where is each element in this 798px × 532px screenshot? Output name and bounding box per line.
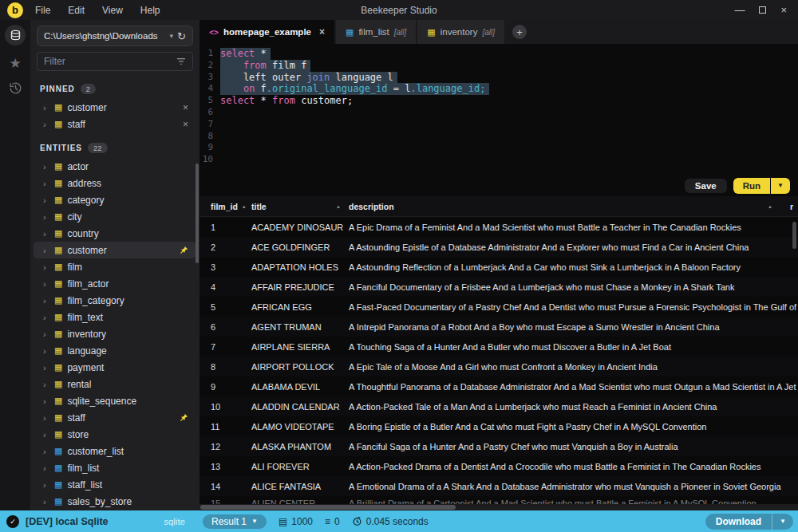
sort-icon[interactable]: ▲ [242, 204, 247, 209]
run-options-caret[interactable]: ▼ [771, 178, 790, 194]
menu-view[interactable]: View [102, 5, 123, 16]
chevron-right-icon[interactable]: › [43, 346, 49, 356]
column-header-description[interactable]: description ▲ [349, 202, 790, 211]
table-row[interactable]: 11ALAMO VIDEOTAPEA Boring Epistle of a B… [200, 416, 798, 436]
entity-item-actor[interactable]: ›▦actor [34, 158, 196, 175]
sql-editor[interactable]: 1select *2 from film f3 left outer join … [200, 44, 798, 175]
entity-item-inventory[interactable]: ›▦inventory [34, 325, 196, 342]
refresh-icon[interactable]: ↻ [177, 31, 186, 41]
table-row[interactable]: 14ALICE FANTASIAA Emotional Drama of a A… [200, 476, 798, 496]
horizontal-scrollbar-thumb[interactable] [200, 505, 456, 510]
unpin-icon[interactable]: × [183, 102, 188, 113]
chevron-right-icon[interactable]: › [43, 162, 49, 171]
entity-item-customer[interactable]: ›▦customer [34, 242, 196, 258]
menu-help[interactable]: Help [140, 5, 160, 16]
entity-item-sqlite_sequence[interactable]: ›▦sqlite_sequence [34, 392, 196, 409]
unpin-icon[interactable]: × [183, 119, 188, 130]
chevron-right-icon[interactable]: › [43, 430, 49, 439]
minimize-button[interactable]: — [734, 5, 745, 15]
chevron-right-icon[interactable]: › [43, 463, 49, 473]
table-row[interactable]: 6AGENT TRUMANA Intrepid Panorama of a Ro… [200, 317, 798, 337]
entity-item-city[interactable]: ›▦city [34, 208, 196, 225]
entity-item-payment[interactable]: ›▦payment [34, 359, 196, 376]
chevron-right-icon[interactable]: › [43, 195, 49, 205]
chevron-right-icon[interactable]: › [43, 363, 49, 372]
entity-item-film_category[interactable]: ›▦film_category [34, 292, 196, 309]
close-button[interactable]: × [780, 5, 787, 15]
chevron-right-icon[interactable]: › [43, 279, 49, 289]
sort-icon[interactable]: ▲ [768, 204, 772, 209]
chevron-right-icon[interactable]: › [43, 103, 49, 112]
entity-item-film[interactable]: ›▦film [34, 258, 196, 275]
sort-icon[interactable]: ▲ [336, 204, 341, 209]
tab-homepage_example[interactable]: <>homepage_example× [200, 20, 334, 44]
chevron-right-icon[interactable]: › [43, 480, 49, 490]
pin-icon[interactable] [180, 411, 188, 425]
column-header-film-id[interactable]: film_id ▲ [200, 202, 251, 211]
tab-film_list[interactable]: ▦film_list[all] [336, 20, 416, 44]
menu-file[interactable]: File [35, 5, 50, 16]
chevron-right-icon[interactable]: › [43, 120, 49, 129]
results-vertical-scrollbar[interactable] [792, 222, 796, 249]
column-header-partial[interactable]: r [790, 202, 798, 211]
download-button[interactable]: Download [705, 514, 772, 530]
table-row[interactable]: 9ALABAMA DEVILA Thoughtful Panorama of a… [200, 376, 798, 396]
table-row[interactable]: 13ALI FOREVERA Action-Packed Drama of a … [200, 456, 798, 476]
entity-item-category[interactable]: ›▦category [34, 191, 196, 208]
connection-selector[interactable]: C:\Users\ghstng\Downloads ▾ ↻ [37, 26, 193, 46]
table-row[interactable]: 1ACADEMY DINOSAURA Epic Drama of a Femin… [200, 217, 798, 237]
table-row[interactable]: 3ADAPTATION HOLESA Astounding Reflection… [200, 257, 798, 277]
chevron-right-icon[interactable]: › [43, 262, 49, 272]
table-row[interactable]: 5AFRICAN EGGA Fast-Paced Documentary of … [200, 297, 798, 317]
maximize-button[interactable] [759, 6, 766, 14]
entity-item-film_actor[interactable]: ›▦film_actor [34, 275, 196, 292]
connection-name[interactable]: [DEV] local Sqlite [26, 516, 109, 527]
save-button[interactable]: Save [685, 179, 727, 193]
table-row[interactable]: 10ALADDIN CALENDARA Action-Packed Tale o… [200, 396, 798, 416]
favorites-icon[interactable]: ★ [9, 57, 21, 70]
table-row[interactable]: 8AIRPORT POLLOCKA Epic Tale of a Moose A… [200, 357, 798, 376]
pinned-item-staff[interactable]: ›▦staff× [34, 116, 196, 132]
chevron-right-icon[interactable]: › [43, 447, 49, 456]
results-horizontal-scrollbar[interactable] [200, 504, 798, 510]
pin-icon[interactable] [180, 243, 188, 258]
entity-item-staff[interactable]: ›▦staff [34, 409, 196, 426]
close-tab-icon[interactable]: × [319, 26, 325, 37]
chevron-right-icon[interactable]: › [43, 497, 49, 506]
column-header-title[interactable]: title ▲ [251, 202, 349, 211]
download-options-caret[interactable]: ▼ [772, 514, 793, 530]
chevron-right-icon[interactable]: › [43, 380, 49, 389]
history-icon[interactable] [9, 81, 22, 95]
entity-item-country[interactable]: ›▦country [34, 225, 196, 242]
new-tab-button[interactable]: + [512, 25, 527, 39]
chevron-right-icon[interactable]: › [43, 179, 49, 188]
entity-item-sales_by_store[interactable]: ›▦sales_by_store [34, 493, 196, 510]
menu-edit[interactable]: Edit [68, 5, 85, 16]
chevron-right-icon[interactable]: › [43, 396, 49, 406]
entity-item-store[interactable]: ›▦store [34, 426, 196, 443]
entity-item-film_text[interactable]: ›▦film_text [34, 309, 196, 325]
database-panel-icon[interactable] [5, 25, 26, 45]
chevron-right-icon[interactable]: › [43, 229, 49, 238]
run-button[interactable]: Run [733, 178, 770, 194]
chevron-right-icon[interactable]: › [43, 329, 49, 339]
sidebar-scrollbar[interactable] [196, 164, 199, 263]
filter-input[interactable] [44, 56, 176, 67]
filter-icon[interactable] [176, 54, 186, 69]
entity-item-film_list[interactable]: ›▦film_list [34, 459, 196, 476]
entity-item-customer_list[interactable]: ›▦customer_list [34, 443, 196, 459]
chevron-right-icon[interactable]: › [43, 413, 49, 423]
table-row[interactable]: 7AIRPLANE SIERRAA Touching Saga of a Hun… [200, 337, 798, 357]
app-logo[interactable]: b [0, 2, 30, 18]
entity-item-rental[interactable]: ›▦rental [34, 376, 196, 392]
entity-item-address[interactable]: ›▦address [34, 175, 196, 191]
entity-item-staff_list[interactable]: ›▦staff_list [34, 476, 196, 493]
entity-item-language[interactable]: ›▦language [34, 342, 196, 359]
table-row[interactable]: 12ALASKA PHANTOMA Fanciful Saga of a Hun… [200, 436, 798, 456]
result-selector[interactable]: Result 1 ▼ [203, 514, 267, 529]
chevron-right-icon[interactable]: › [43, 313, 49, 322]
pinned-item-customer[interactable]: ›▦customer× [34, 99, 196, 116]
table-row[interactable]: 4AFFAIR PREJUDICEA Fanciful Documentary … [200, 277, 798, 297]
chevron-right-icon[interactable]: › [43, 246, 49, 255]
tab-inventory[interactable]: ▦inventory[all] [417, 20, 504, 44]
